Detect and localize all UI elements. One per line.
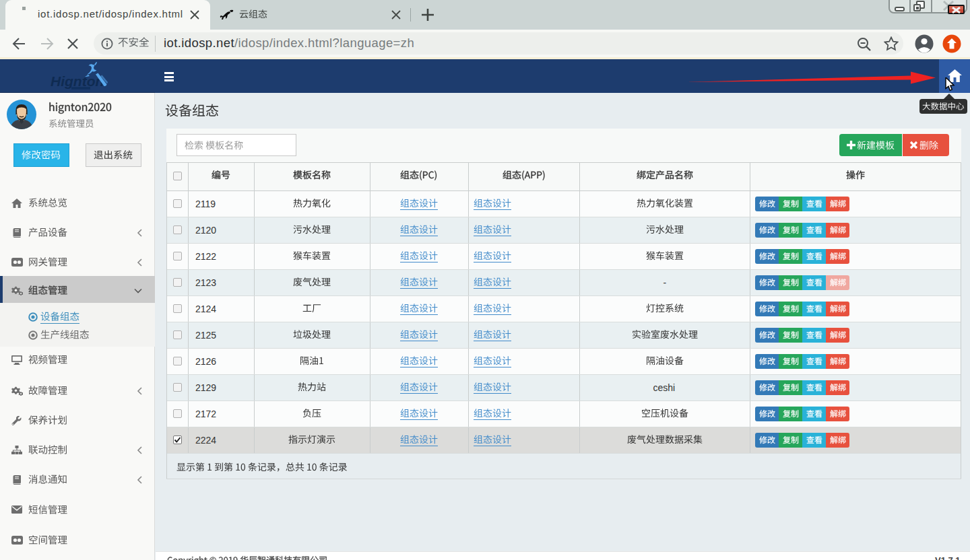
svg-text:Hignton: Hignton <box>51 73 104 89</box>
